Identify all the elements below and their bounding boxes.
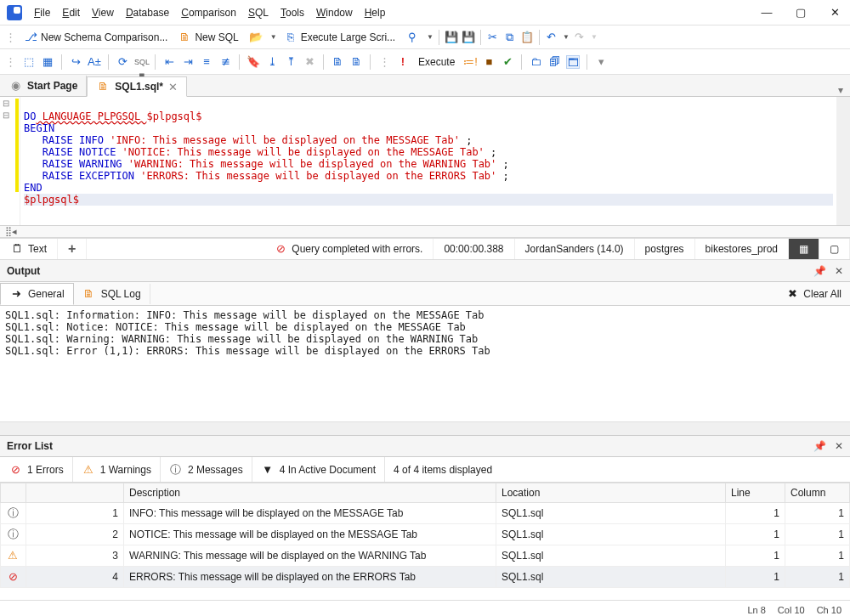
tab-sql1[interactable]: 🗎 SQL1.sql* ✕ xyxy=(87,76,187,97)
collapse-icon[interactable]: ⊟ xyxy=(3,110,9,120)
doc-new-icon[interactable]: 🗎 xyxy=(349,55,363,69)
code-body[interactable]: DO LANGUAGE PLPGSQL $plpgsql$ BEGIN RAIS… xyxy=(20,97,836,225)
table-row[interactable]: ⚠ 3 WARNING: This message will be displa… xyxy=(1,545,850,567)
redo-drop-icon[interactable]: ▼ xyxy=(591,33,598,41)
view-grid-icon[interactable]: ▦ xyxy=(789,239,819,259)
maximize-icon[interactable]: ▢ xyxy=(792,6,809,19)
outdent-icon[interactable]: ⇥ xyxy=(181,55,195,69)
minimize-icon[interactable]: — xyxy=(758,6,775,19)
menu-database[interactable]: Database xyxy=(121,4,174,21)
pin-icon[interactable]: 📌 xyxy=(813,265,826,277)
execute-label: Execute xyxy=(418,56,455,68)
cell-loc: SQL1.sql xyxy=(496,524,726,545)
col-icon[interactable] xyxy=(1,483,26,503)
filter-active-doc[interactable]: ▼4 In Active Document xyxy=(252,457,385,482)
gutter: ⊟ ⊟ xyxy=(0,97,20,225)
table-row[interactable]: ⓘ 2 NOTICE: This message will be display… xyxy=(1,524,850,545)
text-mode-button[interactable]: 🗒Text xyxy=(0,239,58,259)
tabs-overflow-icon[interactable]: ▾ xyxy=(831,84,850,96)
new-schema-button[interactable]: ⎇New Schema Comparison... xyxy=(20,29,171,46)
menu-sql[interactable]: SQL xyxy=(243,4,274,21)
undo-icon[interactable]: ↶ xyxy=(545,31,558,44)
uncomment-icon[interactable]: ≢ xyxy=(218,55,232,69)
close-panel-icon[interactable]: ✕ xyxy=(835,265,843,277)
overflow-icon[interactable]: ▾ xyxy=(594,55,608,69)
pin-button[interactable]: ⚲ xyxy=(402,29,422,46)
view-card-icon[interactable]: ▢ xyxy=(819,239,850,259)
tab-start-page[interactable]: ◉ Start Page xyxy=(0,76,87,96)
save-icon[interactable]: 💾 xyxy=(445,31,458,44)
splitter[interactable]: ⣿◂ xyxy=(0,226,850,238)
code-str: 'WARNING: This message will be displayed… xyxy=(128,158,496,170)
tool-b-icon[interactable]: 🗐 xyxy=(547,55,561,69)
copy-icon[interactable]: ⧉ xyxy=(503,31,517,44)
warning-icon: ⚠ xyxy=(6,549,20,562)
save-all-icon[interactable]: 💾 xyxy=(462,31,475,44)
undo-drop-icon[interactable]: ▼ xyxy=(563,33,570,41)
clear-all-button[interactable]: ✖Clear All xyxy=(777,287,850,301)
comment-icon[interactable]: ≡ xyxy=(200,55,213,69)
arrow-icon[interactable]: ↪ xyxy=(69,55,82,69)
menu-window[interactable]: Window xyxy=(311,4,358,21)
pin-icon[interactable]: 📌 xyxy=(813,440,826,452)
col-loc[interactable]: Location xyxy=(496,483,726,503)
redo-icon[interactable]: ↷ xyxy=(573,31,586,44)
new-sql-button[interactable]: 🗎New SQL xyxy=(174,29,241,46)
text-icon: 🗒 xyxy=(10,242,24,256)
table-row[interactable]: ⓘ 1 INFO: This message will be displayed… xyxy=(1,503,850,524)
add-tab-button[interactable]: + xyxy=(58,239,87,259)
collapse-icon[interactable]: ⊟ xyxy=(3,99,9,108)
table-row[interactable]: ⊘ 4 ERRORS: This message will be display… xyxy=(1,567,850,588)
col-line[interactable]: Line xyxy=(726,483,785,503)
exec-large-button[interactable]: ⎘Execute Large Scri... xyxy=(280,29,399,46)
exec-with-icon[interactable]: ≔! xyxy=(463,55,477,69)
code-txt: ; xyxy=(484,146,496,158)
col-col[interactable]: Column xyxy=(785,483,850,503)
stop-icon[interactable]: ■ xyxy=(482,55,496,69)
tool-a-icon[interactable]: 🗀 xyxy=(529,55,542,69)
menu-view[interactable]: View xyxy=(87,4,119,21)
doc-icon[interactable]: 🗎 xyxy=(331,55,344,69)
code-editor[interactable]: ⊟ ⊟ DO LANGUAGE PLPGSQL $plpgsql$ BEGIN … xyxy=(0,97,850,226)
vertical-scrollbar[interactable] xyxy=(836,97,850,225)
col-desc[interactable]: Description xyxy=(124,483,496,503)
col-num[interactable] xyxy=(26,483,124,503)
query-status-label: Query completed with errors. xyxy=(292,243,422,255)
output-tab-sqllog[interactable]: 🗎SQL Log xyxy=(74,284,150,304)
close-panel-icon[interactable]: ✕ xyxy=(835,440,843,452)
pin-dropdown-icon[interactable]: ▼ xyxy=(427,33,434,41)
bm-next-icon[interactable]: ⤓ xyxy=(265,55,279,69)
execute-button[interactable]: Execute xyxy=(415,54,458,70)
menu-comparison[interactable]: Comparison xyxy=(176,4,241,21)
open-dropdown-icon[interactable]: ▼ xyxy=(270,33,277,41)
paste-icon[interactable]: 📋 xyxy=(520,31,534,44)
output-tab-general[interactable]: ➜General xyxy=(0,283,74,305)
open-button[interactable]: 📂 xyxy=(246,29,266,46)
tool-c-icon[interactable]: 🗔 xyxy=(566,55,580,69)
horizontal-scrollbar[interactable] xyxy=(0,421,850,435)
bm-prev-icon[interactable]: ⤒ xyxy=(284,55,298,69)
menu-tools[interactable]: Tools xyxy=(275,4,309,21)
sql-log-icon: 🗎 xyxy=(82,287,96,301)
indent-icon[interactable]: ⇤ xyxy=(162,55,176,69)
stop-sql-icon[interactable]: SQL⏹ xyxy=(134,55,148,69)
bookmark-icon[interactable]: 🔖 xyxy=(246,55,260,69)
tool-icon-2[interactable]: ▦ xyxy=(41,55,54,69)
commit-icon[interactable]: ✔ xyxy=(501,55,514,69)
filter-messages[interactable]: ⓘ2 Messages xyxy=(161,457,252,482)
menu-file[interactable]: File xyxy=(29,4,55,21)
output-body[interactable]: SQL1.sql: Information: INFO: This messag… xyxy=(0,306,850,421)
bm-clear-icon[interactable]: ✖ xyxy=(303,55,316,69)
cut-icon[interactable]: ✂ xyxy=(486,31,500,44)
menu-edit[interactable]: Edit xyxy=(57,4,85,21)
close-icon[interactable]: ✕ xyxy=(826,6,843,19)
menu-help[interactable]: Help xyxy=(360,4,391,21)
filter-errors[interactable]: ⊘1 Errors xyxy=(0,457,73,482)
tool-icon-1[interactable]: ⬚ xyxy=(22,55,36,69)
error-marker-icon[interactable]: ! xyxy=(396,55,410,69)
font-icon[interactable]: A± xyxy=(88,55,101,69)
new-schema-label: New Schema Comparison... xyxy=(41,31,167,43)
tab-close-icon[interactable]: ✕ xyxy=(168,81,178,93)
filter-warnings[interactable]: ⚠1 Warnings xyxy=(73,457,161,482)
refresh-icon[interactable]: ⟳ xyxy=(116,55,129,69)
